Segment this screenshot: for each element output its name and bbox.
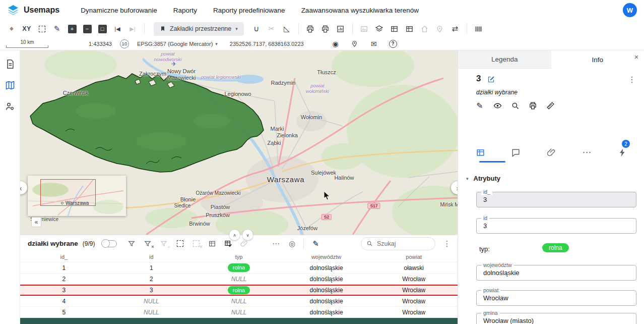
field-gmina[interactable]: gmina Wrocław (miasto) [476,313,636,324]
swap-view-button[interactable]: ⇄ [448,22,462,35]
usemaps-logo-icon [7,4,19,16]
edit-feature-button[interactable]: ✎ [474,100,485,111]
table-row[interactable]: 1 1 rolna dolnośląskie oławski [20,262,458,274]
column-header-id-underscore[interactable]: id_ [20,254,108,260]
data-table-button[interactable] [403,22,416,35]
selection-toggle[interactable] [102,240,117,247]
xy-coordinates-button[interactable]: XY [20,22,33,35]
zoom-in-button[interactable]: + [66,22,79,35]
field-wojewodztw[interactable]: województw dolnośląskie [476,265,636,281]
projection-select[interactable]: EPSG:3857 (Google Mercator) ▾ [137,41,218,47]
field-value: 3 [483,222,487,230]
open-feature-button[interactable] [487,76,495,85]
table-icon [476,148,485,157]
typ-badge: rolna [228,286,250,294]
zoom-to-selection-button[interactable]: ◎ [284,237,299,250]
column-header-id[interactable]: id [108,254,196,260]
table-row[interactable]: 4 NULL NULL dolnośląskie Wrocław [20,296,458,307]
table-row-selected[interactable]: 3 3 rolna dolnośląskie Wrocław [20,285,458,296]
field-powiat[interactable]: powiat Wrocław [476,290,636,306]
minimap-collapse-button[interactable]: « [31,217,41,227]
close-panel-button[interactable]: × [632,52,641,61]
print-config-button[interactable] [319,22,332,35]
menu-item-advanced-search[interactable]: Zaawansowana wyszukiwarka terenów [301,7,419,14]
sidebar-item-map[interactable] [4,79,17,92]
home-search-button[interactable] [418,22,431,35]
table-row[interactable]: 2 2 NULL dolnośląskie Wrocław [20,274,458,285]
box-select-button[interactable] [35,22,48,35]
center-view-button[interactable]: ◉ [330,38,341,49]
print-button[interactable] [304,22,317,35]
show-feature-button[interactable] [492,100,503,111]
edit-rows-button[interactable]: ✎ [308,237,323,250]
table-search[interactable] [361,237,435,250]
tab-legenda[interactable]: Legenda [458,50,551,69]
zoom-to-feature-button[interactable] [509,100,521,111]
measure-feature-button[interactable] [545,100,556,111]
filter-button[interactable] [124,237,139,250]
typ-value-badge[interactable]: rolna [542,243,569,252]
location-button[interactable] [349,38,360,49]
user-avatar[interactable]: W [623,3,637,17]
clear-selection-button[interactable]: × [188,237,204,250]
table-view-button[interactable] [205,237,220,250]
report-button[interactable] [472,22,485,35]
zoom-out-button[interactable]: − [81,22,94,35]
help-button[interactable]: ? [388,38,399,49]
cell-powiat: Wrocław [370,287,458,294]
layers-select-button[interactable] [373,22,386,35]
draw-tool-button[interactable]: ✎ [50,22,63,35]
clear-filter-button[interactable]: × [140,237,155,250]
map-canvas[interactable]: powiat nowodworski Nowy Dwór Mazowiecki … [20,50,458,235]
panel-collapse-button[interactable]: ∨ [242,230,253,240]
tab-attributes[interactable] [473,145,487,159]
buffer-tool-button[interactable]: ∪ [250,22,263,35]
chart-icon [336,25,345,33]
location-pin-button[interactable] [433,22,446,35]
field-value: 3 [483,196,487,203]
more-options-button[interactable]: ⋯ [268,237,283,250]
box-selection-button[interactable] [172,237,187,250]
share-mail-button[interactable]: ✉ [368,38,379,49]
slope-area-button[interactable]: ◺ [280,22,293,35]
split-tool-button[interactable]: ✂ [265,22,278,35]
column-header-wojewodztw[interactable]: województw [283,254,370,260]
export-image-button[interactable] [358,22,371,35]
column-header-powiat[interactable]: powiat [370,254,458,260]
field-id[interactable]: id 3 [476,218,636,234]
attribute-table-button[interactable] [388,22,401,35]
feature-section-tabs: ⋯ [458,144,644,161]
toolbar-row-tools: ⌖ XY ✎ + − □ |◀ ▶| Zakładki przestrzenne… [0,20,644,37]
sidebar-item-users-settings[interactable] [4,100,17,113]
field-label: powiat [481,287,500,294]
tab-comments[interactable] [509,145,523,159]
feature-menu-button[interactable]: ⋮ [628,75,636,84]
tab-more[interactable]: ⋯ [580,145,594,159]
zoom-extent-button[interactable]: □ [96,22,109,35]
table-menu-button[interactable]: ⋮ [439,237,455,250]
attribute-table-panel: ∧ ∨ działki wybrane (9/9) × − × ⋯ ◎ ✎ ⋮ … [20,235,458,324]
next-extent-button[interactable]: ▶| [126,22,139,35]
toolbar-divider [303,238,304,249]
search-input[interactable] [376,240,430,248]
overview-minimap[interactable]: Warszawa [28,176,126,216]
previous-extent-button[interactable]: |◀ [111,22,124,35]
table-row[interactable]: 5 NULL NULL dolnośląskie Wrocław [20,307,458,318]
tab-attachments[interactable] [544,145,558,159]
column-header-typ[interactable]: typ [195,254,283,260]
field-value: Wrocław [483,294,508,302]
spatial-bookmarks-label: Zakładki przestrzenne [170,25,231,32]
identify-tool-button[interactable]: ⌖ [5,22,18,35]
print-chart-button[interactable] [334,22,347,35]
brand[interactable]: Usemaps [7,4,59,16]
menu-item-reports[interactable]: Raporty [173,7,197,14]
menu-item-predefined-reports[interactable]: Raporty predefiniowane [213,7,285,14]
panel-expand-button[interactable]: ∧ [229,230,240,240]
spatial-bookmarks-button[interactable]: Zakładki przestrzenne ▾ [154,22,244,36]
sidebar-item-documents[interactable] [4,58,17,71]
filter-selected-button[interactable]: − [156,237,171,250]
tab-info[interactable]: Info [551,50,644,69]
attributes-section-header[interactable]: ▾ Atrybuty [466,175,500,182]
print-feature-button[interactable] [527,100,538,111]
menu-item-dynamic-buffering[interactable]: Dynamiczne buforowanie [81,7,157,14]
